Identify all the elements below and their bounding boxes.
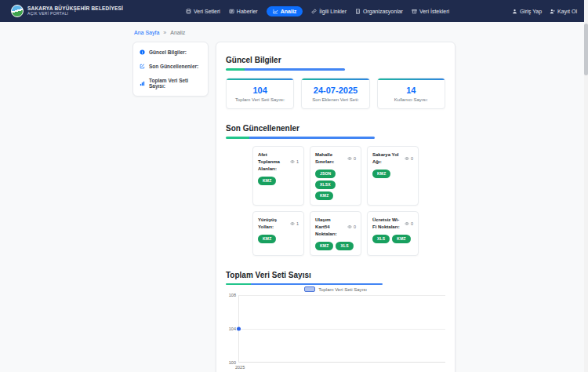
nav-item-ilgili-linkler[interactable]: İlgili Linkler [311, 9, 347, 14]
auth-label: Giriş Yap [520, 9, 542, 14]
nav-label: Organizasyonlar [363, 9, 403, 14]
scrollbar-thumb[interactable] [584, 24, 588, 75]
section-title-underline [226, 283, 383, 286]
dataset-card[interactable]: Sakarya Yol Ağı: 0 KMZ [367, 146, 419, 206]
dataset-title: Afet Toplanma Alanları: [258, 151, 288, 173]
dataset-grid: Afet Toplanma Alanları: 1 KMZ Maha [252, 146, 419, 256]
database-icon [186, 9, 191, 14]
section-title-underline [226, 137, 375, 139]
sidebar-item-son-guncellenenler[interactable]: Son Güncellenenler: [140, 64, 201, 69]
section-recent: Son Güncellenenler Afet Toplanma Alanlar… [226, 120, 445, 256]
dataset-views: 0 [347, 217, 356, 238]
format-badge[interactable]: XLS [372, 235, 390, 243]
person-plus-icon [550, 9, 555, 14]
format-badge[interactable]: KMZ [392, 235, 410, 243]
chart-line-icon [273, 9, 278, 14]
nav-item-veri-setleri[interactable]: Veri Setleri [186, 9, 220, 14]
y-tick: 104 [229, 326, 236, 331]
dataset-card[interactable]: Ücretsiz Wi-Fi Noktaları: 0 XLS KMZ [367, 211, 419, 256]
sidebar-item-toplam-veri-seti[interactable]: Toplam Veri Seti Sayısı: [140, 78, 201, 89]
x-axis-line [238, 362, 445, 363]
dataset-title: Yürüyüş Yolları: [258, 217, 288, 231]
eye-icon [405, 156, 409, 161]
format-badge[interactable]: KMZ [258, 235, 276, 243]
format-badge[interactable]: KMZ [315, 242, 333, 250]
nav-item-analiz[interactable]: Analiz [267, 6, 303, 16]
dataset-title: Ücretsiz Wi-Fi Noktaları: [372, 217, 402, 231]
nav-item-organizasyonlar[interactable]: Organizasyonlar [355, 9, 403, 14]
nav-label: Analiz [281, 9, 297, 14]
nav-item-haberler[interactable]: Haberler [229, 9, 258, 14]
section-current-info: Güncel Bilgiler 104 Toplam Veri Seti Say… [226, 52, 445, 109]
main-nav: Veri Setleri Haberler Analiz İlgili Link… [186, 6, 449, 16]
stat-label: Kullanıcı Sayısı: [381, 97, 441, 102]
register-link[interactable]: Kayıt Ol [550, 9, 577, 14]
views-count: 0 [411, 156, 413, 161]
breadcrumb-current: Analiz [170, 30, 185, 35]
sidebar: Güncel Bilgiler: Son Güncellenenler: Top… [132, 42, 209, 97]
dataset-views: 0 [405, 151, 413, 166]
dataset-card[interactable]: Afet Toplanma Alanları: 1 KMZ [252, 146, 304, 206]
section-chart: Toplam Veri Seti Sayısı Toplam Veri Seti… [226, 267, 445, 370]
dataset-card[interactable]: Yürüyüş Yolları: 1 KMZ [252, 211, 304, 256]
stat-value: 104 [230, 86, 290, 95]
auth-links: Giriş Yap Kayıt Ol [512, 9, 577, 14]
brand-text: SAKARYA BÜYÜKŞEHİR BELEDİYESİ AÇIK VERİ … [27, 5, 123, 16]
views-count: 0 [354, 156, 356, 161]
nav-item-veri-istekleri[interactable]: Veri İstekleri [412, 9, 449, 14]
data-point-2025[interactable] [237, 327, 241, 331]
stat-card-user-count: 14 Kullanıcı Sayısı: [377, 78, 445, 110]
newspaper-icon [229, 9, 234, 14]
sidebar-item-guncel-bilgiler[interactable]: Güncel Bilgiler: [140, 49, 201, 55]
stat-label: Toplam Veri Seti Sayısı: [230, 97, 290, 102]
breadcrumb-separator: » [163, 30, 166, 35]
link-icon [311, 9, 317, 14]
dataset-card[interactable]: Ulaşım Kart54 Noktaları: 0 KMZ XLS [310, 211, 361, 256]
nav-label: İlgili Linkler [319, 9, 347, 14]
format-badge[interactable]: JSON [315, 170, 336, 178]
dataset-views: 0 [347, 151, 356, 166]
brand-subtitle: AÇIK VERİ PORTALI [27, 12, 123, 16]
legend-swatch[interactable] [304, 286, 315, 292]
login-link[interactable]: Giriş Yap [512, 9, 542, 14]
archive-icon [412, 9, 417, 14]
chart-plot-area: 108 104 100 [238, 295, 445, 363]
format-badge[interactable]: KMZ [372, 170, 390, 178]
legend-label: Toplam Veri Seti Sayısı [318, 287, 367, 292]
eye-icon [290, 159, 295, 164]
top-navbar: SAKARYA BÜYÜKŞEHİR BELEDİYESİ AÇIK VERİ … [0, 0, 588, 22]
breadcrumb-home-link[interactable]: Ana Sayfa [134, 30, 159, 35]
views-count: 1 [296, 221, 299, 226]
gridline [238, 329, 445, 330]
format-badge[interactable]: XLSX [315, 181, 336, 189]
views-count: 0 [354, 224, 356, 229]
eye-icon [347, 224, 352, 229]
brand[interactable]: SAKARYA BÜYÜKŞEHİR BELEDİYESİ AÇIK VERİ … [11, 5, 123, 17]
dataset-title: Mahalle Sınırları: [315, 151, 345, 166]
dataset-title: Sakarya Yol Ağı: [372, 151, 402, 166]
chart-legend: Toplam Veri Seti Sayısı [226, 286, 445, 292]
stat-card-total-datasets: 104 Toplam Veri Seti Sayısı: [226, 78, 294, 110]
stat-value: 24-07-2025 [305, 86, 365, 95]
stats-grid: 104 Toplam Veri Seti Sayısı: 24-07-2025 … [226, 78, 445, 110]
section-title: Toplam Veri Seti Sayısı [226, 271, 311, 279]
gridline [238, 295, 445, 296]
format-badge[interactable]: XLS [336, 242, 353, 250]
eye-icon [347, 156, 352, 161]
eye-icon [405, 221, 409, 226]
stat-value: 14 [381, 86, 441, 95]
nav-label: Veri İstekleri [419, 9, 449, 14]
sidebar-item-label: Güncel Bilgiler: [149, 49, 187, 55]
building-icon [355, 9, 361, 14]
y-tick: 100 [229, 360, 236, 365]
section-title-underline [226, 68, 345, 71]
format-badge[interactable]: KMZ [258, 177, 276, 185]
scrollbar-track[interactable] [584, 0, 588, 372]
eye-icon [290, 221, 295, 226]
municipality-logo-icon [11, 5, 24, 17]
views-count: 0 [411, 221, 413, 226]
dataset-views: 1 [290, 151, 299, 173]
y-tick: 108 [229, 293, 236, 297]
format-badge[interactable]: KMZ [315, 191, 333, 200]
dataset-card[interactable]: Mahalle Sınırları: 0 JSON XLSX KMZ [310, 146, 361, 206]
